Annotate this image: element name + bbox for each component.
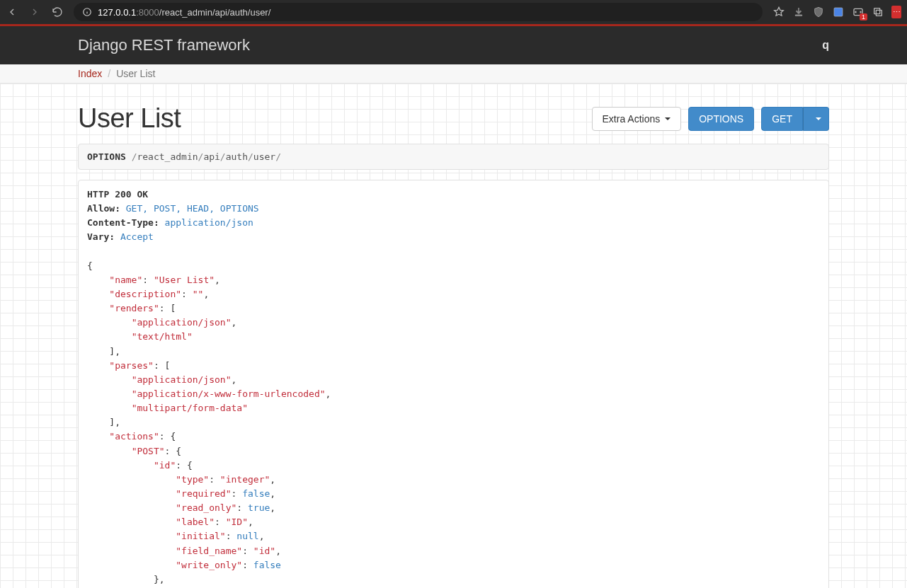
extension-icons: 1 ⋯ bbox=[772, 6, 901, 18]
breadcrumb-current: User List bbox=[116, 68, 155, 79]
user-menu[interactable]: q bbox=[822, 39, 829, 52]
breadcrumb-wrap: Index / User List bbox=[0, 64, 907, 83]
svg-rect-1 bbox=[834, 8, 843, 16]
brand-title[interactable]: Django REST framework bbox=[78, 36, 250, 54]
breadcrumb-sep: / bbox=[108, 68, 110, 79]
badge-count: 1 bbox=[860, 13, 867, 21]
shield-icon[interactable] bbox=[812, 6, 825, 18]
info-icon bbox=[82, 7, 92, 17]
breadcrumb-index[interactable]: Index bbox=[78, 68, 102, 79]
translate-icon[interactable] bbox=[832, 6, 845, 18]
more-ext-icon[interactable]: ⋯ bbox=[891, 6, 901, 18]
back-icon[interactable] bbox=[6, 6, 18, 18]
extra-actions-button[interactable]: Extra Actions bbox=[592, 107, 682, 131]
options-button[interactable]: OPTIONS bbox=[688, 107, 754, 131]
request-path: /react_admin/api/auth/user/ bbox=[132, 151, 281, 162]
caret-down-icon bbox=[816, 117, 821, 120]
breadcrumb: Index / User List bbox=[78, 64, 829, 83]
devtools-icon[interactable]: 1 bbox=[852, 6, 865, 18]
get-button-group: GET bbox=[761, 107, 829, 131]
svg-rect-4 bbox=[874, 8, 880, 14]
get-dropdown-button[interactable] bbox=[803, 107, 829, 131]
star-icon[interactable] bbox=[772, 6, 785, 18]
brand-header: Django REST framework q bbox=[0, 26, 907, 64]
extra-actions-label: Extra Actions bbox=[603, 113, 661, 125]
browser-chrome: 127.0.0.1:8000/react_admin/api/auth/user… bbox=[0, 0, 907, 24]
title-row: User List Extra Actions OPTIONS GET bbox=[78, 83, 829, 144]
download-icon[interactable] bbox=[792, 6, 805, 18]
svg-rect-3 bbox=[876, 10, 882, 16]
copy-icon[interactable] bbox=[872, 6, 884, 18]
caret-down-icon bbox=[665, 117, 671, 120]
request-line: OPTIONS /react_admin/api/auth/user/ bbox=[78, 144, 829, 170]
response-box: HTTP 200 OK Allow: GET, POST, HEAD, OPTI… bbox=[78, 180, 829, 588]
main-content: User List Extra Actions OPTIONS GET OPTI… bbox=[0, 83, 907, 588]
address-bar[interactable]: 127.0.0.1:8000/react_admin/api/auth/user… bbox=[74, 3, 763, 21]
url-text: 127.0.0.1:8000/react_admin/api/auth/user… bbox=[98, 7, 270, 18]
reload-icon[interactable] bbox=[51, 6, 64, 18]
get-button[interactable]: GET bbox=[761, 107, 803, 131]
request-method: OPTIONS bbox=[87, 151, 126, 162]
page-title: User List bbox=[78, 103, 181, 134]
forward-icon[interactable] bbox=[28, 6, 41, 18]
